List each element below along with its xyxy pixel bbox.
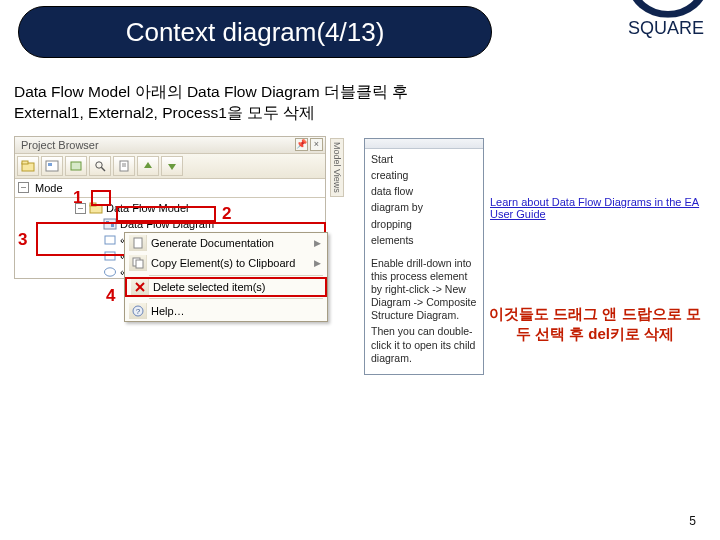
menu-item-label: Generate Documentation: [151, 237, 274, 249]
expand-icon[interactable]: –: [18, 182, 29, 193]
menu-item-label: Delete selected item(s): [153, 281, 266, 293]
svg-marker-10: [144, 162, 152, 168]
reference-body: Start creating data flow diagram by drop…: [365, 149, 483, 374]
new-package-button[interactable]: [17, 156, 39, 176]
svg-rect-1: [22, 161, 28, 164]
new-element-button[interactable]: [65, 156, 87, 176]
menu-help[interactable]: ? Help…: [125, 301, 327, 321]
callout-box-2: [116, 206, 216, 222]
menu-generate-doc[interactable]: Generate Documentation ▶: [125, 233, 327, 253]
delete-icon: [131, 279, 149, 295]
doc-icon: [129, 235, 147, 251]
svg-text:?: ?: [135, 307, 140, 316]
side-tabs: Model Views: [326, 138, 344, 197]
svg-line-6: [101, 167, 105, 171]
slide-header: Context diagram(4/13) SQUARE: [0, 0, 720, 68]
callout-box-1: [91, 190, 111, 206]
callout-4: 4: [106, 286, 115, 306]
side-note: 이것들도 드래그 앤 드랍으로 모두 선택 후 del키로 삭제: [488, 304, 702, 345]
new-diagram-button[interactable]: [41, 156, 63, 176]
panel-title: Project Browser 📌 ×: [15, 137, 325, 154]
panel-pin-icon[interactable]: 📌: [295, 138, 308, 151]
svg-rect-4: [71, 162, 81, 170]
instruction-text: Data Flow Model 아래의 Data Flow Diagram 더블…: [14, 82, 408, 124]
down-button[interactable]: [161, 156, 183, 176]
doc-button[interactable]: [113, 156, 135, 176]
panel-toolbar: [15, 154, 325, 179]
svg-rect-20: [134, 238, 142, 248]
submenu-icon: ▶: [314, 258, 321, 268]
submenu-icon: ▶: [314, 238, 321, 248]
svg-rect-3: [48, 163, 52, 166]
address-bar: –: [15, 179, 325, 198]
up-button[interactable]: [137, 156, 159, 176]
svg-marker-11: [168, 164, 176, 170]
search-button[interactable]: [89, 156, 111, 176]
svg-point-19: [105, 268, 116, 276]
svg-point-5: [96, 162, 102, 168]
brand-arc: [628, 0, 708, 18]
menu-item-label: Help…: [151, 305, 185, 317]
side-tab[interactable]: Model Views: [330, 138, 344, 197]
menu-separator: [149, 275, 323, 276]
menu-item-label: Copy Element(s) to Clipboard: [151, 257, 295, 269]
copy-icon: [129, 255, 147, 271]
reference-panel: Start creating data flow diagram by drop…: [364, 138, 484, 375]
callout-3: 3: [18, 230, 27, 250]
panel-close-icon[interactable]: ×: [310, 138, 323, 151]
context-menu: Generate Documentation ▶ Copy Element(s)…: [124, 232, 328, 322]
menu-copy[interactable]: Copy Element(s) to Clipboard ▶: [125, 253, 327, 273]
callout-2: 2: [222, 204, 231, 224]
page-number: 5: [689, 514, 696, 528]
callout-1: 1: [73, 188, 82, 208]
help-icon: ?: [129, 303, 147, 319]
menu-separator: [149, 298, 323, 299]
menu-delete[interactable]: Delete selected item(s): [125, 277, 327, 297]
process-icon: [103, 266, 117, 278]
slide-title: Context diagram(4/13): [18, 6, 492, 58]
reference-link[interactable]: Learn about Data Flow Diagrams in the EA…: [490, 196, 700, 220]
svg-rect-22: [136, 260, 143, 268]
brand-label: SQUARE: [628, 18, 704, 39]
reference-head: [365, 139, 483, 149]
